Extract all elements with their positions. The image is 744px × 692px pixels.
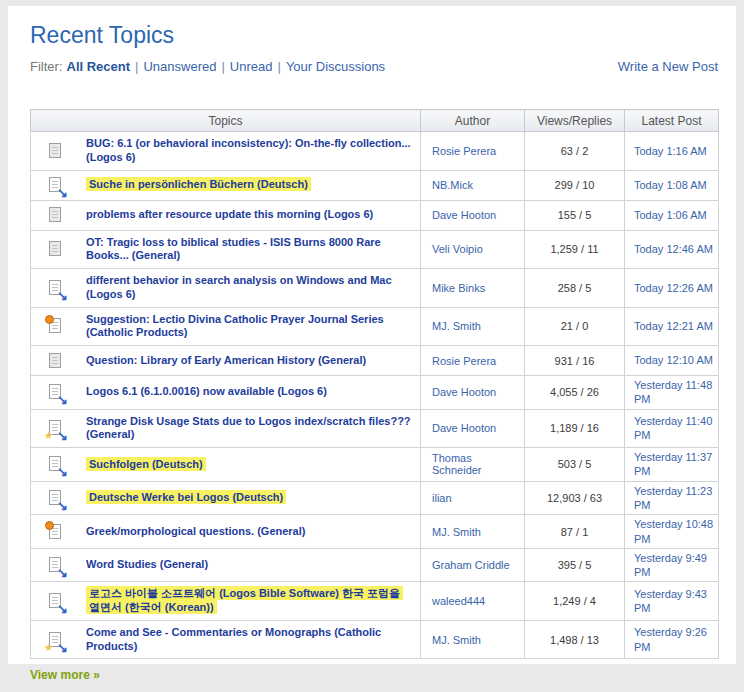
topic-title-link[interactable]: BUG: 6.1 (or behavioral inconsistency): … — [86, 137, 411, 149]
unread-starred-topic-icon — [48, 631, 64, 649]
author-link[interactable]: Veli Voipio — [432, 243, 483, 255]
unread-topic-icon — [48, 556, 64, 574]
topic-title-link[interactable]: Suchfolgen — [89, 458, 149, 470]
topic-forum-link[interactable]: (General) — [257, 525, 305, 537]
latest-post-link[interactable]: Today 1:06 AM — [634, 209, 707, 221]
announcement-topic-icon — [48, 317, 64, 335]
topic-row: problems after resource update this morn… — [31, 200, 719, 230]
author-link[interactable]: NB.Mick — [432, 179, 473, 191]
latest-post-link[interactable]: Yesterday 11:37 PM — [634, 451, 712, 477]
topic-title: different behavior in search analysis on… — [86, 274, 392, 300]
topic-forum-link[interactable]: (General) — [160, 558, 208, 570]
topic-forum-link[interactable]: (General) — [318, 354, 366, 366]
author-link[interactable]: Rosie Perera — [432, 355, 496, 367]
table-header-row: Topics Author Views/Replies Latest Post — [31, 110, 719, 132]
topic-title: Strange Disk Usage Stats due to Logos in… — [86, 415, 411, 441]
topic-forum-link[interactable]: (Catholic Products) — [86, 326, 187, 338]
write-new-post-link[interactable]: Write a New Post — [618, 59, 718, 74]
latest-post-link[interactable]: Today 1:16 AM — [634, 145, 707, 157]
topic-forum-link[interactable]: (Logos 6) — [324, 208, 374, 220]
topic-cell: Greek/morphological questions. (General) — [31, 515, 421, 549]
topic-cell: OT: Tragic loss to biblical studies - IS… — [31, 230, 421, 269]
author-link[interactable]: Graham Criddle — [432, 559, 510, 571]
latest-post-cell: Today 12:46 AM — [625, 230, 719, 269]
topic-forum-link[interactable]: (Deutsch) — [152, 458, 203, 470]
topic-title-link[interactable]: Greek/morphological questions. — [86, 525, 254, 537]
latest-post-cell: Today 12:21 AM — [625, 307, 719, 346]
view-more-link[interactable]: View more » — [30, 668, 100, 682]
author-link[interactable]: MJ. Smith — [432, 320, 481, 332]
author-cell: Dave Hooton — [421, 376, 525, 410]
author-link[interactable]: ilian — [432, 492, 452, 504]
topic-title-link[interactable]: different behavior in search analysis on… — [86, 274, 392, 286]
author-cell: Thomas Schneider — [421, 448, 525, 482]
topic-forum-link[interactable]: (General) — [86, 428, 134, 440]
column-header-author: Author — [421, 110, 525, 132]
latest-post-link[interactable]: Yesterday 9:43 PM — [634, 588, 707, 614]
views-replies-value: 931 / 16 — [525, 346, 625, 376]
filter-unanswered[interactable]: Unanswered — [143, 59, 216, 74]
topic-row: Suchfolgen (Deutsch) Thomas Schneider 50… — [31, 448, 719, 482]
latest-post-link[interactable]: Today 12:46 AM — [634, 243, 713, 255]
latest-post-link[interactable]: Yesterday 11:48 PM — [634, 379, 712, 405]
author-link[interactable]: waleed444 — [432, 595, 485, 607]
latest-post-link[interactable]: Today 12:26 AM — [634, 282, 713, 294]
author-link[interactable]: MJ. Smith — [432, 634, 481, 646]
topic-cell: Question: Library of Early American Hist… — [31, 346, 421, 376]
author-link[interactable]: Dave Hooton — [432, 386, 496, 398]
latest-post-link[interactable]: Yesterday 11:23 PM — [634, 485, 712, 511]
topic-title-link[interactable]: OT: Tragic loss to biblical studies - IS… — [86, 236, 381, 262]
topic-title-link[interactable]: Suggestion: Lectio Divina Catholic Praye… — [86, 313, 384, 325]
topic-title-link[interactable]: Suche in persönlichen Büchern — [89, 178, 254, 190]
page-title: Recent Topics — [30, 22, 718, 49]
unread-starred-topic-icon — [48, 419, 64, 437]
latest-post-link[interactable]: Yesterday 10:48 PM — [634, 518, 713, 544]
author-link[interactable]: Thomas Schneider — [432, 452, 482, 476]
latest-post-link[interactable]: Today 12:10 AM — [634, 354, 713, 366]
topic-row: Logos 6.1 (6.1.0.0016) now available (Lo… — [31, 376, 719, 410]
topic-title-link[interactable]: Come and See - Commentaries or Monograph… — [86, 626, 331, 638]
topic-title-link[interactable]: problems after resource update this morn… — [86, 208, 321, 220]
author-link[interactable]: Dave Hooton — [432, 422, 496, 434]
topic-cell: Strange Disk Usage Stats due to Logos in… — [31, 409, 421, 448]
author-link[interactable]: Rosie Perera — [432, 145, 496, 157]
latest-post-link[interactable]: Today 1:08 AM — [634, 179, 707, 191]
latest-post-link[interactable]: Today 12:21 AM — [634, 320, 713, 332]
views-replies-value: 503 / 5 — [525, 448, 625, 482]
topic-cell: Deutsche Werke bei Logos (Deutsch) — [31, 481, 421, 515]
read-topic-icon — [48, 352, 64, 370]
topic-forum-link[interactable]: (Logos 6) — [277, 385, 327, 397]
topic-title-link[interactable]: Strange Disk Usage Stats due to Logos in… — [86, 415, 411, 427]
latest-post-cell: Yesterday 11:37 PM — [625, 448, 719, 482]
author-link[interactable]: Mike Binks — [432, 282, 485, 294]
topic-forum-link[interactable]: (Logos 6) — [86, 288, 136, 300]
topic-forum-link[interactable]: (Deutsch) — [257, 178, 308, 190]
topic-title-link[interactable]: Logos 6.1 (6.1.0.0016) now available — [86, 385, 274, 397]
topic-forum-link[interactable]: (Logos 6) — [86, 151, 136, 163]
topic-forum-link[interactable]: (General) — [132, 249, 180, 261]
filter-bar: Filter:All Recent|Unanswered|Unread|Your… — [30, 59, 718, 76]
latest-post-link[interactable]: Yesterday 9:26 PM — [634, 626, 707, 652]
topic-forum-link[interactable]: (한국어 (Korean)) — [125, 601, 214, 613]
latest-post-link[interactable]: Yesterday 9:49 PM — [634, 552, 707, 578]
author-link[interactable]: MJ. Smith — [432, 526, 481, 538]
latest-post-cell: Today 1:06 AM — [625, 200, 719, 230]
filter-unread[interactable]: Unread — [230, 59, 273, 74]
latest-post-cell: Today 1:16 AM — [625, 132, 719, 171]
topic-title-link[interactable]: Word Studies — [86, 558, 157, 570]
topic-title-link[interactable]: Deutsche Werke bei Logos — [89, 491, 229, 503]
author-cell: waleed444 — [421, 582, 525, 621]
filter-all-recent[interactable]: All Recent — [67, 59, 131, 74]
unread-topic-icon — [48, 383, 64, 401]
views-replies-value: 12,903 / 63 — [525, 481, 625, 515]
topic-cell: different behavior in search analysis on… — [31, 269, 421, 308]
author-link[interactable]: Dave Hooton — [432, 209, 496, 221]
latest-post-link[interactable]: Yesterday 11:40 PM — [634, 415, 712, 441]
latest-post-cell: Yesterday 10:48 PM — [625, 515, 719, 549]
topic-forum-link[interactable]: (Deutsch) — [232, 491, 283, 503]
topic-title-link[interactable]: Question: Library of Early American Hist… — [86, 354, 315, 366]
filter-your-discussions[interactable]: Your Discussions — [286, 59, 385, 74]
latest-post-cell: Yesterday 11:40 PM — [625, 409, 719, 448]
topic-cell: Suggestion: Lectio Divina Catholic Praye… — [31, 307, 421, 346]
topic-cell: Suchfolgen (Deutsch) — [31, 448, 421, 482]
